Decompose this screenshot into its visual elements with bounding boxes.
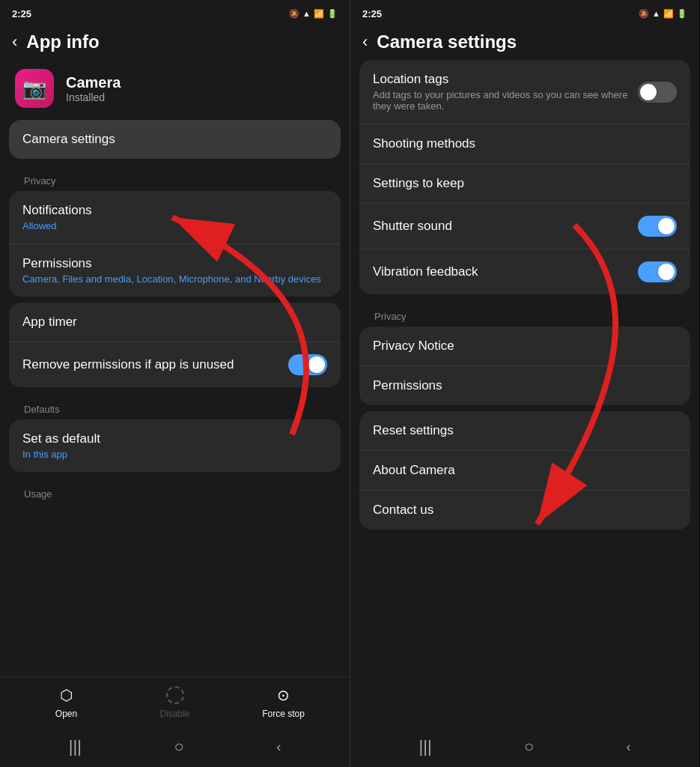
reset-settings-item[interactable]: Reset settings xyxy=(359,411,690,451)
main-settings-card: Location tags Add tags to your pictures … xyxy=(359,60,690,294)
app-info-text: Camera Installed xyxy=(66,74,121,103)
open-button[interactable]: ⬡ Open xyxy=(12,686,121,719)
right-battery-icon: 🔋 xyxy=(677,9,687,19)
location-tags-toggle[interactable] xyxy=(638,82,677,103)
left-status-bar: 2:25 🔕 ▲ 📶 🔋 xyxy=(0,0,350,24)
left-back-button[interactable]: ‹ xyxy=(12,32,17,52)
left-phone-panel: 2:25 🔕 ▲ 📶 🔋 ‹ App info 📷 Camera Install… xyxy=(0,0,350,767)
mute-icon: 🔕 xyxy=(289,9,299,19)
shutter-sound-toggle[interactable] xyxy=(638,216,677,237)
right-nav-back-icon[interactable]: ‹ xyxy=(626,739,630,755)
bottom-settings-card: Reset settings About Camera Contact us xyxy=(359,411,690,530)
shooting-methods-title: Shooting methods xyxy=(373,136,475,151)
nav-back-icon[interactable]: ‹ xyxy=(276,739,281,755)
left-title-bar: ‹ App info xyxy=(0,24,350,60)
left-page-title: App info xyxy=(26,31,99,52)
right-nav-recents-icon[interactable]: ||| xyxy=(419,737,432,757)
vibration-feedback-title: Vibration feedback xyxy=(373,264,638,279)
app-timer-item[interactable]: App timer xyxy=(9,303,341,342)
wifi-icon: ▲ xyxy=(302,9,311,18)
app-status: Installed xyxy=(66,91,121,103)
nav-home-icon[interactable]: ○ xyxy=(174,737,183,757)
camera-settings-item[interactable]: Camera settings xyxy=(9,120,341,159)
camera-settings-title: Camera settings xyxy=(22,132,115,147)
right-permissions-title: Permissions xyxy=(373,378,442,393)
remove-permissions-toggle[interactable] xyxy=(288,354,327,375)
right-back-button[interactable]: ‹ xyxy=(362,32,368,52)
open-icon: ⬡ xyxy=(60,686,73,704)
right-privacy-card: Privacy Notice Permissions xyxy=(359,327,690,405)
privacy-section-label: Privacy xyxy=(9,165,341,191)
privacy-card: Notifications Allowed Permissions Camera… xyxy=(9,191,341,297)
app-timer-card: App timer Remove permissions if app is u… xyxy=(9,303,341,387)
right-mute-icon: 🔕 xyxy=(639,9,649,19)
right-status-bar: 2:25 🔕 ▲ 📶 🔋 xyxy=(350,0,699,24)
set-as-default-item[interactable]: Set as default In this app xyxy=(9,419,341,472)
nav-recents-icon[interactable]: ||| xyxy=(69,737,82,757)
right-phone-panel: 2:25 🔕 ▲ 📶 🔋 ‹ Camera settings Location … xyxy=(350,0,699,767)
open-label: Open xyxy=(55,709,77,719)
signal-icon: 📶 xyxy=(314,9,324,19)
right-wifi-icon: ▲ xyxy=(652,9,660,18)
permissions-title: Permissions xyxy=(22,256,321,271)
right-nav-home-icon[interactable]: ○ xyxy=(524,737,534,757)
defaults-section-label: Defaults xyxy=(9,393,341,419)
about-camera-item[interactable]: About Camera xyxy=(359,451,690,491)
permissions-subtitle: Camera, Files and media, Location, Micro… xyxy=(22,273,321,285)
notifications-title: Notifications xyxy=(22,203,92,218)
location-tags-title: Location tags xyxy=(373,72,629,87)
shutter-sound-item[interactable]: Shutter sound xyxy=(359,204,690,249)
left-status-icons: 🔕 ▲ 📶 🔋 xyxy=(289,9,338,19)
left-time: 2:25 xyxy=(12,8,31,19)
location-tags-item[interactable]: Location tags Add tags to your pictures … xyxy=(359,60,690,124)
disable-icon xyxy=(166,686,184,704)
left-settings-content: Camera settings Privacy Notifications Al… xyxy=(0,120,350,676)
vibration-feedback-toggle[interactable] xyxy=(638,261,677,282)
set-as-default-title: Set as default xyxy=(22,431,100,446)
right-time: 2:25 xyxy=(362,8,382,19)
defaults-card: Set as default In this app xyxy=(9,419,341,472)
contact-us-title: Contact us xyxy=(373,503,433,518)
right-status-icons: 🔕 ▲ 📶 🔋 xyxy=(639,9,687,19)
vibration-feedback-item[interactable]: Vibration feedback xyxy=(359,249,690,294)
force-stop-icon: ⊙ xyxy=(277,686,290,704)
right-privacy-section-label: Privacy xyxy=(359,300,690,327)
right-permissions-item[interactable]: Permissions xyxy=(359,366,690,405)
remove-permissions-item[interactable]: Remove permissions if app is unused xyxy=(9,342,341,387)
settings-to-keep-title: Settings to keep xyxy=(373,176,464,191)
usage-section-label: Usage xyxy=(9,478,341,504)
right-signal-icon: 📶 xyxy=(663,9,674,19)
privacy-notice-item[interactable]: Privacy Notice xyxy=(359,327,690,366)
right-page-title: Camera settings xyxy=(377,31,517,52)
left-action-bar: ⬡ Open Disable ⊙ Force stop xyxy=(0,676,350,730)
force-stop-button[interactable]: ⊙ Force stop xyxy=(229,686,338,719)
app-name: Camera xyxy=(66,74,121,91)
right-settings-content: Location tags Add tags to your pictures … xyxy=(350,60,699,730)
location-tags-subtitle: Add tags to your pictures and videos so … xyxy=(373,89,629,112)
shooting-methods-item[interactable]: Shooting methods xyxy=(359,124,690,164)
right-title-bar: ‹ Camera settings xyxy=(350,24,699,60)
permissions-item[interactable]: Permissions Camera, Files and media, Loc… xyxy=(9,244,341,297)
notifications-subtitle: Allowed xyxy=(22,220,92,231)
remove-permissions-title: Remove permissions if app is unused xyxy=(22,357,279,372)
right-nav-bar: ||| ○ ‹ xyxy=(350,730,699,767)
set-as-default-subtitle: In this app xyxy=(22,449,100,460)
app-timer-title: App timer xyxy=(22,315,77,330)
settings-to-keep-item[interactable]: Settings to keep xyxy=(359,164,690,204)
contact-us-item[interactable]: Contact us xyxy=(359,491,690,530)
app-info-row: 📷 Camera Installed xyxy=(0,60,350,120)
left-nav-bar: ||| ○ ‹ xyxy=(0,730,350,767)
disable-button[interactable]: Disable xyxy=(121,686,229,719)
about-camera-title: About Camera xyxy=(373,463,455,478)
disable-label: Disable xyxy=(159,709,189,719)
shutter-sound-title: Shutter sound xyxy=(373,219,638,234)
force-stop-label: Force stop xyxy=(262,709,305,719)
privacy-notice-title: Privacy Notice xyxy=(373,339,454,354)
reset-settings-title: Reset settings xyxy=(373,423,454,438)
battery-icon: 🔋 xyxy=(327,9,338,19)
app-icon: 📷 xyxy=(15,69,54,108)
camera-settings-card[interactable]: Camera settings xyxy=(9,120,341,159)
notifications-item[interactable]: Notifications Allowed xyxy=(9,191,341,244)
